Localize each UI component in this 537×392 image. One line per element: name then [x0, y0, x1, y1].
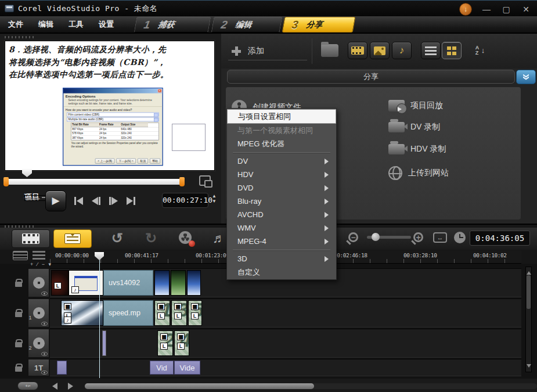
sort-button[interactable]: AZ: [470, 42, 489, 59]
menubar-item-工具[interactable]: 工具: [69, 19, 84, 30]
filter-audio-button[interactable]: ♪: [392, 42, 412, 59]
timeline-view-button[interactable]: [53, 229, 92, 248]
share-option-4[interactable]: 上传到网站: [388, 166, 449, 180]
preview-timecode[interactable]: 00:00:27:10: [162, 193, 208, 208]
menu-item-DVD[interactable]: DVD: [227, 181, 336, 195]
share-option-1[interactable]: 项目回放: [388, 100, 443, 112]
clip[interactable]: [187, 270, 201, 296]
record-capture-button[interactable]: [179, 231, 194, 246]
project-duration-timecode[interactable]: 0:04:36:05: [470, 231, 530, 246]
close-button[interactable]: ✕: [521, 5, 531, 14]
track-add-remove-tools[interactable]: + ⁄ − ▾: [30, 261, 52, 267]
track-header-overlay-track-1[interactable]: 1: [28, 299, 49, 328]
clip[interactable]: 4▦L: [174, 330, 189, 356]
add-button[interactable]: 添加: [228, 42, 307, 60]
filter-video-button[interactable]: [348, 42, 367, 59]
duration-clock-button[interactable]: [454, 232, 466, 243]
share-option-2[interactable]: DV 录制: [388, 122, 440, 132]
clip[interactable]: ♪: [69, 270, 103, 296]
clip[interactable]: [57, 361, 67, 375]
menubar-item-设置[interactable]: 设置: [99, 19, 114, 30]
clip[interactable]: 3▦L: [171, 300, 187, 326]
menu-item-自定义[interactable]: 自定义: [227, 265, 336, 279]
track-header-video-track[interactable]: [28, 268, 49, 297]
end-button[interactable]: [123, 194, 138, 208]
lock-icon-overlay-track-2[interactable]: [15, 342, 22, 347]
clip[interactable]: 2▦L: [157, 330, 173, 356]
list-view-button[interactable]: [421, 42, 441, 59]
thumbnail-view-button[interactable]: [442, 42, 462, 59]
zoom-slider-knob[interactable]: [372, 233, 380, 241]
menu-item-AVCHD[interactable]: AVCHD: [227, 208, 336, 221]
zoom-in-button[interactable]: +: [413, 232, 423, 242]
track-visibility-icon[interactable]: [41, 292, 48, 296]
scroll-right-button[interactable]: [68, 383, 77, 390]
menu-item-HDV[interactable]: HDV: [227, 168, 336, 181]
track-list-icon[interactable]: [33, 251, 45, 260]
clip-mode-label[interactable]: 素材: [24, 195, 48, 201]
clip[interactable]: [154, 270, 170, 296]
scrub-marker[interactable]: [22, 168, 32, 177]
clip[interactable]: [102, 330, 106, 356]
fit-timeline-button[interactable]: +⌐: [17, 382, 38, 390]
undo-button[interactable]: ↺: [111, 230, 123, 246]
tab-捕获[interactable]: 1捕获: [134, 17, 211, 33]
timeline-vertical-scrollbar[interactable]: [525, 267, 532, 372]
clip[interactable]: 1▦L: [154, 300, 170, 326]
menu-item-Blu-ray[interactable]: Blu-ray: [227, 195, 336, 208]
track-visibility-icon[interactable]: [41, 352, 48, 356]
lock-icon-title-track[interactable]: [15, 366, 22, 372]
track-manager-icon[interactable]: [13, 251, 28, 260]
timecode-spinner[interactable]: ▲▼: [212, 194, 217, 204]
horizontal-scroll-thumb[interactable]: [85, 383, 314, 389]
minimize-button[interactable]: —: [481, 5, 492, 14]
menu-item-DV[interactable]: DV: [227, 154, 336, 168]
tab-分享[interactable]: 3分享: [282, 17, 356, 33]
menubar-item-文件[interactable]: 文件: [8, 19, 23, 30]
scroll-left-button[interactable]: [49, 383, 57, 390]
timeline-horizontal-scrollbar[interactable]: [85, 383, 537, 389]
folder-icon[interactable]: [321, 44, 338, 57]
tab-编辑[interactable]: 2编辑: [211, 17, 283, 33]
play-button[interactable]: ▶: [45, 190, 66, 211]
menubar-item-编辑[interactable]: 编辑: [38, 19, 53, 30]
menu-item-MPEG-4[interactable]: MPEG-4: [227, 235, 336, 248]
clip-Vid[interactable]: Vid: [150, 361, 174, 375]
clip-Vide[interactable]: Vide: [174, 361, 200, 375]
clip[interactable]: L: [51, 270, 69, 296]
clip-uvs14092[interactable]: uvs14092: [103, 270, 153, 296]
prev-frame-button[interactable]: [88, 194, 103, 208]
enlarge-preview-icon[interactable]: [199, 175, 211, 186]
storyboard-view-button[interactable]: [12, 229, 50, 248]
clip[interactable]: [171, 270, 186, 296]
timeline-zoom-slider[interactable]: [367, 236, 411, 239]
sound-mixer-button[interactable]: ♬: [212, 231, 225, 246]
fit-project-button[interactable]: ↔: [433, 232, 447, 243]
menu-item-3D[interactable]: 3D: [227, 252, 336, 265]
clip[interactable]: ▦L♪: [61, 300, 103, 326]
scroll-up-icon[interactable]: [527, 269, 531, 275]
trim-start-handle[interactable]: [3, 177, 9, 186]
maximize-button[interactable]: ▢: [501, 5, 511, 14]
lock-icon-video-track[interactable]: [15, 282, 22, 287]
filter-photo-button[interactable]: [370, 42, 390, 59]
track-visibility-icon[interactable]: [41, 322, 48, 326]
menu-item-与第一个视频素材相同[interactable]: 与第一个视频素材相同: [227, 124, 336, 137]
next-frame-button[interactable]: [106, 194, 121, 208]
share-option-3[interactable]: HDV 录制: [388, 144, 446, 154]
clip[interactable]: 5▦L: [188, 300, 202, 326]
track-header-title-track[interactable]: 1T: [28, 359, 49, 376]
vertical-scroll-thumb[interactable]: [527, 275, 531, 309]
trim-bar[interactable]: [7, 179, 181, 185]
menu-item-WMV[interactable]: WMV: [227, 221, 336, 235]
zoom-out-button[interactable]: −: [348, 232, 358, 242]
menu-item-与项目设置相同[interactable]: 与项目设置相同: [227, 109, 336, 124]
update-badge-icon[interactable]: ↓: [459, 3, 472, 16]
lock-icon-overlay-track-1[interactable]: [15, 312, 22, 317]
track-header-overlay-track-2[interactable]: 2: [28, 329, 49, 358]
collapse-panel-button[interactable]: [516, 70, 536, 84]
redo-button[interactable]: ↻: [145, 230, 157, 246]
home-button[interactable]: [71, 194, 86, 208]
menu-item-MPEG 优化器[interactable]: MPEG 优化器: [227, 137, 336, 150]
clip-speed.mp[interactable]: speed.mp: [103, 300, 153, 326]
